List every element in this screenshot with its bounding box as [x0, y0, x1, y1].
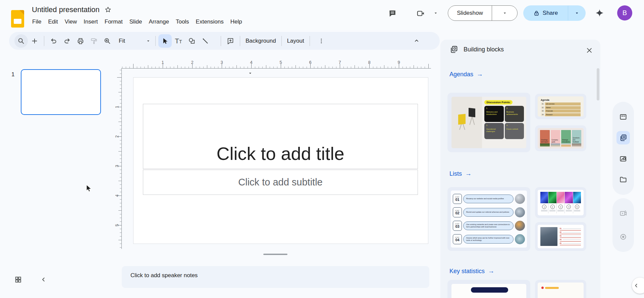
- zoom-select[interactable]: Fit: [114, 38, 153, 44]
- section-link-key-statistics[interactable]: Key statistics→: [449, 267, 494, 275]
- toolbar-divider: [221, 36, 221, 46]
- redo-icon: [63, 37, 71, 45]
- show-side-panel-button[interactable]: [632, 278, 644, 294]
- menu-view[interactable]: View: [61, 17, 80, 26]
- line-icon: [202, 37, 209, 45]
- menu-help[interactable]: Help: [227, 17, 246, 26]
- movie-sparkle-icon: [619, 209, 627, 217]
- toolbar-divider: [240, 36, 240, 46]
- menu-file[interactable]: File: [29, 17, 45, 26]
- image-search-rail-button[interactable]: [616, 152, 630, 166]
- horizontal-ruler: 1 2 3 4 5 6 7 8 9: [121, 60, 431, 69]
- close-icon: [586, 47, 593, 54]
- share-button-group: Share: [523, 5, 586, 21]
- speaker-notes[interactable]: Click to add speaker notes: [122, 266, 429, 288]
- share-options-button[interactable]: [568, 11, 586, 15]
- panel-scrollbar[interactable]: [597, 68, 599, 100]
- insert-shape-button[interactable]: [185, 34, 199, 48]
- cursor-arrow-icon: [161, 37, 169, 45]
- search-menus-button[interactable]: [14, 34, 28, 48]
- folder-rail-button[interactable]: [616, 173, 630, 186]
- account-avatar[interactable]: B: [617, 5, 632, 20]
- list-template-red-numbers[interactable]: 01. 02. 03. 04. 05.: [535, 222, 586, 251]
- comment-add-icon: [227, 37, 234, 45]
- section-link-agendas[interactable]: Agendas→: [449, 71, 483, 78]
- paint-roller-icon: [90, 37, 98, 45]
- share-button[interactable]: Share: [523, 10, 568, 16]
- menu-edit[interactable]: Edit: [45, 17, 61, 26]
- list-template-steps[interactable]: STEP01 Revamp our website and social med…: [447, 187, 530, 251]
- print-button[interactable]: [74, 34, 87, 48]
- slide-thumbnail-1[interactable]: [21, 69, 101, 115]
- menu-format[interactable]: Format: [101, 17, 126, 26]
- menu-slide[interactable]: Slide: [126, 17, 146, 26]
- slides-app-logo[interactable]: [11, 10, 24, 28]
- insert-comment-button[interactable]: [224, 34, 237, 48]
- zoom-value: Fit: [116, 38, 128, 44]
- list-template-numbered-columns[interactable]: 1 2 3 4 5: [535, 187, 586, 218]
- text-box-button[interactable]: TT: [172, 34, 185, 48]
- record-rail-button[interactable]: [616, 230, 630, 244]
- subtitle-placeholder[interactable]: Click to add subtitle: [143, 170, 418, 195]
- comment-icon: [388, 9, 397, 18]
- menu-arrange[interactable]: Arrange: [145, 17, 172, 26]
- toolbar-divider: [281, 36, 282, 46]
- section-link-lists[interactable]: Lists→: [449, 170, 472, 177]
- toolbar-more-button[interactable]: [315, 34, 328, 48]
- title-placeholder[interactable]: Click to add title: [143, 104, 418, 169]
- redo-button[interactable]: [60, 34, 74, 48]
- paint-format-button[interactable]: [87, 34, 101, 48]
- grid-view-button[interactable]: [12, 273, 24, 286]
- select-tool-button[interactable]: [158, 34, 172, 48]
- menu-tools[interactable]: Tools: [172, 17, 193, 26]
- speaker-notes-placeholder: Click to add speaker notes: [130, 272, 198, 279]
- agenda-template-table[interactable]: Agenda 01Q3 overview 02Market 03Financia…: [535, 94, 586, 119]
- slideshow-button[interactable]: Slideshow: [448, 10, 492, 16]
- templates-icon: [619, 113, 627, 121]
- image-search-icon: [619, 155, 627, 163]
- title-placeholder-text: Click to add title: [216, 143, 344, 164]
- slide-canvas[interactable]: Click to add title Click to add subtitle: [133, 77, 428, 244]
- zoom-button[interactable]: [101, 34, 114, 48]
- panel-title: Building blocks: [464, 46, 504, 53]
- menu-bar: File Edit View Insert Format Slide Arran…: [29, 17, 246, 26]
- key-stats-template-dot[interactable]: [535, 280, 586, 298]
- document-title[interactable]: Untitled presentation: [32, 5, 100, 14]
- record-icon: [619, 233, 627, 241]
- new-slide-button[interactable]: [28, 34, 41, 48]
- background-button[interactable]: Background: [243, 38, 279, 44]
- slideshow-sparkle-rail-button[interactable]: [616, 207, 630, 220]
- print-icon: [77, 37, 84, 45]
- star-icon[interactable]: [104, 6, 112, 13]
- slideshow-options-button[interactable]: [492, 11, 517, 15]
- layout-button[interactable]: Layout: [284, 38, 307, 44]
- meet-button[interactable]: [413, 6, 428, 21]
- agenda-template-discussion-points[interactable]: Discussion Points: 1.Welcome and introdu…: [447, 93, 530, 152]
- toolbar-divider: [310, 36, 310, 46]
- meet-caret-icon[interactable]: [433, 11, 438, 15]
- avatar-initial: B: [623, 9, 627, 17]
- agenda-template-color-cards[interactable]: Greetings and report Company goals Strat…: [535, 125, 586, 151]
- arrow-right-icon: →: [477, 71, 483, 78]
- zoom-in-icon: [104, 37, 111, 45]
- menu-extensions[interactable]: Extensions: [193, 17, 227, 26]
- vertical-ruler: 1 2 3 4 5: [116, 69, 122, 249]
- undo-button[interactable]: [47, 34, 60, 48]
- insert-line-button[interactable]: [199, 34, 212, 48]
- slideshow-button-group: Slideshow: [448, 5, 518, 21]
- shapes-icon: [188, 37, 196, 45]
- building-blocks-rail-button[interactable]: [616, 131, 630, 144]
- key-stats-template-navy[interactable]: [447, 280, 530, 298]
- line-caret-icon[interactable]: [248, 71, 253, 76]
- collapse-filmstrip-button[interactable]: [38, 273, 50, 286]
- logo-fold: [19, 10, 24, 15]
- close-panel-button[interactable]: [584, 45, 595, 56]
- comments-button[interactable]: [385, 6, 400, 21]
- notes-resize-handle[interactable]: [263, 254, 287, 255]
- hide-menus-button[interactable]: [410, 34, 423, 47]
- building-blocks-icon: [449, 45, 458, 54]
- templates-rail-button[interactable]: [616, 110, 630, 124]
- menu-insert[interactable]: Insert: [80, 17, 101, 26]
- gemini-button[interactable]: [595, 8, 604, 17]
- building-blocks-icon: [619, 134, 627, 142]
